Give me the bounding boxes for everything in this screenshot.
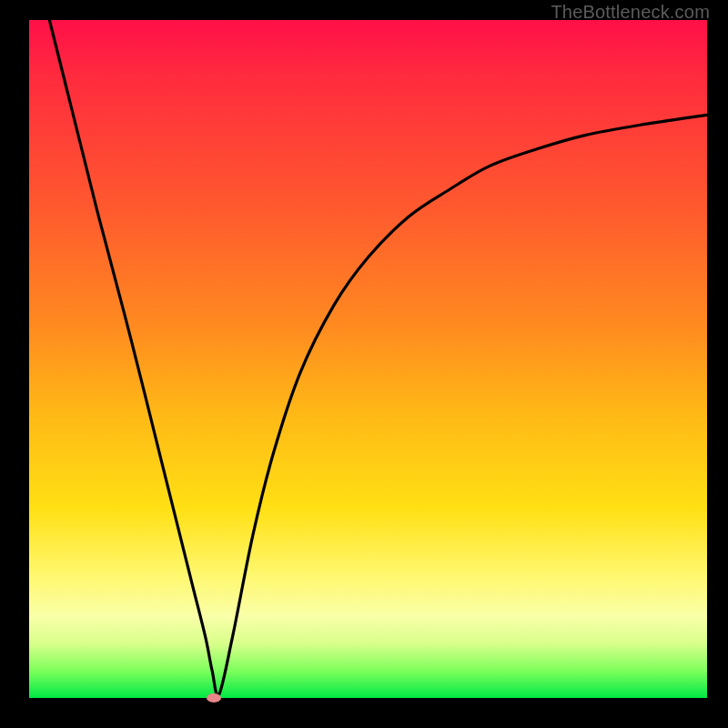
plot-area xyxy=(29,20,707,698)
curve-layer xyxy=(29,20,707,698)
bottleneck-curve xyxy=(49,20,707,695)
minimum-marker xyxy=(207,693,221,703)
chart-frame: TheBottleneck.com xyxy=(0,0,728,728)
